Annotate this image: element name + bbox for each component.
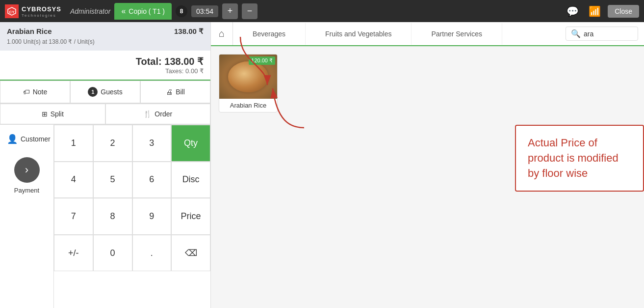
logo-text-area: CYBROSYS Technologies [22,4,61,18]
payment-label: Payment [14,187,39,194]
search-icon: 🔍 [571,29,581,38]
numpad-key-0[interactable]: 0 [93,235,132,272]
search-area: 🔍 [566,27,638,41]
numpad-key-9[interactable]: 9 [132,198,172,235]
category-bar: ⌂ Beverages Fruits and Vegetables Partne… [211,22,644,46]
category-beverages[interactable]: Beverages [233,23,306,45]
annotation-box: Actual Price of product is modified by f… [515,125,644,192]
annotation-text: Actual Price of product is modified by f… [528,136,631,181]
guests-button[interactable]: 1 Guests [70,81,140,103]
logo-area: CY CYBROSYS Technologies [5,4,61,18]
fork-icon: 🍴 [143,110,152,118]
guests-count: 1 [88,87,98,97]
products-area: 120.00 ₹ Arabian Rice Actual Price of pr… [211,46,644,308]
action-buttons-row1: 🏷 Note 1 Guests 🖨 Bill [0,81,210,104]
main-layout: Arabian Rice 138.00 ₹ 1.000 Unit(s) at 1… [0,22,644,308]
add-button[interactable]: + [222,3,238,19]
back-arrows-icon: « [121,7,126,16]
customer-label: Customer [21,135,51,143]
numpad-key-price[interactable]: Price [171,198,210,235]
numpad-key-1[interactable]: 1 [54,125,93,162]
order-button[interactable]: 🍴 Order [105,104,211,124]
session-badge: 8 [176,5,187,17]
numpad-key-7[interactable]: 7 [54,198,93,235]
chevron-right-icon: › [25,164,28,176]
bill-button[interactable]: 🖨 Bill [140,81,210,103]
order-item-row: Arabian Rice 138.00 ₹ [7,27,204,36]
payment-button[interactable]: › [14,157,40,183]
price-badge: 120.00 ₹ [249,56,275,65]
order-item-sub-text: 1.000 Unit(s) at 138.00 ₹ / Unit(s) [7,38,95,45]
order-items: Arabian Rice 138.00 ₹ 1.000 Unit(s) at 1… [0,22,210,51]
customer-button[interactable]: 👤 Customer [5,130,49,148]
numpad-key-6[interactable]: 6 [132,162,172,198]
right-panel: ⌂ Beverages Fruits and Vegetables Partne… [211,22,644,308]
total-label: Total: [136,56,162,67]
wifi-icon: 📶 [586,5,604,17]
action-buttons-row2: ⊞ Split 🍴 Order [0,104,210,125]
category-fruits-vegetables[interactable]: Fruits and Vegetables [306,23,412,45]
order-item-name: Arabian Rice [7,27,52,35]
close-button[interactable]: Close [608,5,639,18]
category-partner-label: Partner Services [431,30,482,38]
numpad-key--[interactable]: ⌫ [171,235,210,272]
logo-sub: Technologies [22,13,61,18]
order-item-sub: 1.000 Unit(s) at 138.00 ₹ / Unit(s) [7,37,204,46]
category-fruits-label: Fruits and Vegetables [325,30,391,38]
numpad-key-3[interactable]: 3 [132,125,172,162]
split-label: Split [51,110,64,118]
left-panel: Arabian Rice 138.00 ₹ 1.000 Unit(s) at 1… [0,22,211,308]
total-value: 138.00 ₹ [164,56,204,67]
order-label: Order [155,110,172,118]
product-card-arabian-rice[interactable]: 120.00 ₹ Arabian Rice [219,54,278,112]
session-timer: 03:54 [191,5,218,17]
numpad: 123Qty456Disc789Price+/-0.⌫ [54,125,210,308]
numpad-key----[interactable]: +/- [54,235,93,272]
top-nav: CY CYBROSYS Technologies Administrator «… [0,0,644,22]
product-image: 120.00 ₹ [219,55,277,99]
numpad-key--[interactable]: . [132,235,172,272]
print-icon: 🖨 [166,88,173,96]
search-input[interactable] [584,30,633,38]
logo-text: CYBROSYS [22,5,61,13]
session-tab[interactable]: « Copio ( T1 ) [114,3,172,20]
tab-label: Copio ( T1 ) [129,7,165,15]
total-line: Total: 138.00 ₹ [7,56,204,67]
note-label: Note [33,88,48,96]
bill-label: Bill [176,88,185,96]
category-beverages-label: Beverages [253,30,285,38]
numpad-area: 👤 Customer › Payment 123Qty456Disc789Pri… [0,125,210,308]
svg-text:CY: CY [9,10,15,14]
numpad-key-4[interactable]: 4 [54,162,93,198]
note-button[interactable]: 🏷 Note [0,81,70,103]
numpad-key-qty[interactable]: Qty [171,125,210,162]
minus-button[interactable]: − [242,3,258,19]
total-area: Total: 138.00 ₹ Taxes: 0.00 ₹ [0,51,210,81]
taxes-line: Taxes: 0.00 ₹ [7,67,204,75]
split-icon: ⊞ [42,110,48,118]
food-detail [228,61,269,92]
person-icon: 👤 [7,134,18,144]
split-button[interactable]: ⊞ Split [0,104,105,124]
home-button[interactable]: ⌂ [211,22,233,45]
product-name: Arabian Rice [219,99,277,112]
chat-icon[interactable]: 💬 [564,5,582,17]
customer-side: 👤 Customer › Payment [0,125,54,308]
numpad-key-5[interactable]: 5 [93,162,132,198]
admin-label: Administrator [70,7,110,15]
guests-label: Guests [101,88,122,96]
cybrosys-logo: CY [5,4,19,18]
numpad-key-disc[interactable]: Disc [171,162,210,198]
category-partner-services[interactable]: Partner Services [412,23,502,45]
tag-icon: 🏷 [23,88,30,96]
order-item-price: 138.00 ₹ [174,27,204,36]
numpad-key-8[interactable]: 8 [93,198,132,235]
numpad-key-2[interactable]: 2 [93,125,132,162]
